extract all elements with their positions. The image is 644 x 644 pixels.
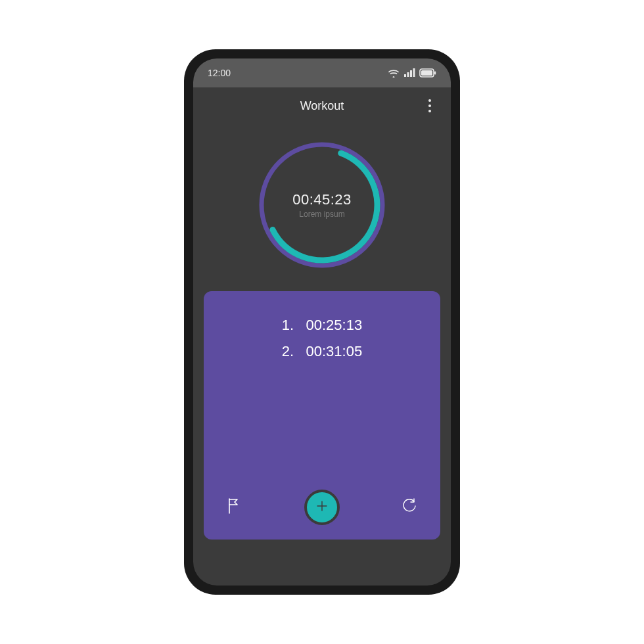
- phone-screen: 12:00: [193, 58, 451, 586]
- battery-icon: [419, 68, 436, 78]
- flag-icon: [227, 497, 242, 517]
- status-bar: 12:00: [193, 58, 451, 87]
- lap-row: 2. 00:31:05: [217, 338, 427, 365]
- svg-rect-2: [410, 70, 412, 77]
- timer-section: 00:45:23 Lorem ipsum: [193, 124, 451, 291]
- timer-display: 00:45:23 Lorem ipsum: [253, 136, 391, 274]
- progress-ring: 00:45:23 Lorem ipsum: [253, 136, 391, 274]
- flag-lap-button[interactable]: [223, 496, 246, 518]
- lap-row: 1. 00:25:13: [217, 312, 427, 338]
- svg-rect-6: [434, 72, 436, 75]
- timer-subtitle: Lorem ipsum: [299, 210, 344, 219]
- more-menu-icon: [428, 99, 431, 102]
- signal-icon: [403, 68, 415, 78]
- laps-list: 1. 00:25:13 2. 00:31:05: [217, 312, 427, 364]
- phone-frame: 12:00: [184, 49, 460, 595]
- reset-icon: [402, 498, 417, 517]
- laps-panel: 1. 00:25:13 2. 00:31:05: [204, 291, 440, 540]
- more-menu-button[interactable]: [423, 98, 436, 114]
- wifi-icon: [388, 68, 400, 78]
- app-header: Workout: [193, 87, 451, 124]
- svg-rect-5: [421, 70, 432, 76]
- svg-rect-1: [407, 72, 409, 77]
- timer-elapsed: 00:45:23: [292, 191, 352, 208]
- status-icons: [388, 68, 436, 78]
- reset-button[interactable]: [398, 496, 421, 518]
- add-lap-button[interactable]: [304, 490, 340, 525]
- panel-actions: [204, 490, 440, 525]
- page-title: Workout: [300, 99, 344, 113]
- svg-rect-3: [413, 68, 415, 77]
- status-time: 12:00: [208, 68, 231, 78]
- svg-rect-0: [404, 74, 406, 77]
- plus-icon: [316, 500, 328, 515]
